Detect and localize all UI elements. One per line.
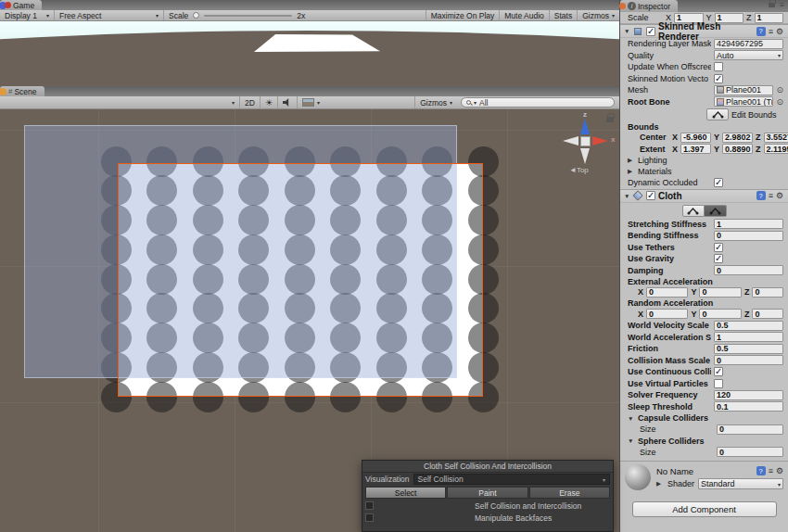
root-bone-object-field[interactable]: Plane001 (Tran <box>714 96 773 107</box>
lock-icon[interactable] <box>769 3 775 7</box>
lighting-foldout[interactable]: ▶ Lighting <box>620 155 788 166</box>
collision-mass-scale-field[interactable]: 0 <box>714 355 783 365</box>
scale-slider-knob[interactable] <box>193 12 199 19</box>
foldout-icon[interactable]: ▶ <box>656 480 664 488</box>
help-icon[interactable]: ? <box>756 191 766 200</box>
scene-search-input[interactable]: ▾ All <box>461 97 615 108</box>
center-z-field[interactable]: 3.5527 <box>764 133 788 143</box>
center-x-field[interactable]: -5.960 <box>680 133 711 143</box>
extent-y-field[interactable]: 0.8890 <box>722 144 753 154</box>
center-y-field[interactable]: 2.9802 <box>722 133 753 143</box>
damping-field[interactable]: 0 <box>714 265 783 275</box>
foldout-icon: ▶ <box>628 157 635 164</box>
scene-gizmos-dropdown[interactable]: Gizmos▾ <box>414 96 457 108</box>
scene-audio-button[interactable] <box>277 96 297 108</box>
random-acceleration-z-field[interactable]: 0 <box>752 309 783 319</box>
axis-neg-x-cone[interactable] <box>563 136 578 146</box>
lock-icon[interactable] <box>606 117 614 122</box>
view-orientation-label[interactable]: ◄Top <box>569 166 589 174</box>
foldout-icon[interactable]: ▼ <box>624 193 631 199</box>
scale-slider-track[interactable] <box>204 15 292 17</box>
preset-icon[interactable]: ≡ <box>769 466 773 475</box>
sleep-threshold-field[interactable]: 0.1 <box>714 401 783 412</box>
skinned-mesh-renderer-header[interactable]: ▼ Skinned Mesh Renderer ? ≡ ⚙ <box>620 24 788 38</box>
edit-self-collision-button[interactable] <box>705 205 727 217</box>
object-picker-icon[interactable]: ⊙ <box>776 97 783 107</box>
tab-inspector[interactable]: i Inspector <box>620 0 678 12</box>
2d-toggle-button[interactable]: 2D <box>239 96 260 108</box>
display-dropdown[interactable]: Display 1▾ <box>0 10 54 20</box>
game-viewport[interactable] <box>0 21 619 86</box>
quality-dropdown[interactable]: Auto ▾ <box>714 50 783 60</box>
preset-icon[interactable]: ≡ <box>769 27 773 36</box>
object-picker-icon[interactable]: ⊙ <box>776 85 783 95</box>
capsule-colliders-size-field[interactable]: 0 <box>717 424 783 435</box>
axis-neg-z-cone[interactable] <box>580 148 590 164</box>
edit-constraints-button[interactable] <box>682 205 705 217</box>
game-gizmos-dropdown[interactable]: Gizmos▾ <box>577 10 619 20</box>
update-when-offscreen-checkbox[interactable] <box>714 62 723 71</box>
cloth-header[interactable]: ▼ Cloth ? ≡ ⚙ <box>620 189 788 203</box>
tab-select[interactable]: Select <box>365 487 446 499</box>
aspect-dropdown[interactable]: Free Aspect▾ <box>54 10 163 20</box>
gear-icon[interactable]: ⚙ <box>776 466 783 475</box>
menu-icon[interactable]: ≡ <box>780 1 784 9</box>
materials-foldout[interactable]: ▶ Materials <box>620 166 788 177</box>
sphere-colliders-size-field[interactable]: 0 <box>717 447 783 457</box>
extent-z-field[interactable]: 2.1195 <box>764 144 788 154</box>
use-virtual-particles-checkbox[interactable] <box>714 379 723 388</box>
preset-icon[interactable]: ≡ <box>769 191 773 200</box>
edit-bounds-button[interactable] <box>706 108 729 120</box>
sphere-colliders-foldout[interactable]: ▼ Sphere Colliders <box>620 436 788 447</box>
add-component-button[interactable]: Add Component <box>632 501 777 517</box>
bending-stiffness-field[interactable]: 0 <box>714 231 783 241</box>
extent-x-field[interactable]: 1.397 <box>680 144 711 154</box>
scene-effects-dropdown[interactable]: ▾ <box>297 96 324 108</box>
edit-bounds-label: Edit Bounds <box>731 110 777 120</box>
foldout-icon[interactable]: ▼ <box>624 28 631 34</box>
external-acceleration-y-field[interactable]: 0 <box>699 287 741 298</box>
tab-erase[interactable]: Erase <box>529 487 610 499</box>
random-acceleration-y-field[interactable]: 0 <box>699 309 741 319</box>
tab-game[interactable]: Game <box>0 0 42 10</box>
tab-paint[interactable]: Paint <box>447 487 527 499</box>
stats-button[interactable]: Stats <box>549 10 577 20</box>
use-continuous-collision-checkbox[interactable] <box>714 367 723 376</box>
mute-audio-button[interactable]: Mute Audio <box>499 10 549 20</box>
tab-scene[interactable]: # Scene <box>0 86 44 96</box>
manipulate-backfaces-checkbox[interactable] <box>365 513 374 522</box>
maximize-on-play-button[interactable]: Maximize On Play <box>426 10 500 20</box>
world-acceleration-scale-field[interactable]: 1 <box>714 332 783 342</box>
stretching-stiffness-field[interactable]: 1 <box>714 219 783 229</box>
self-collision-checkbox[interactable] <box>365 501 374 510</box>
axis-x-cone[interactable] <box>592 136 608 146</box>
axis-z-cone[interactable] <box>580 119 590 134</box>
world-velocity-scale-field[interactable]: 0.5 <box>714 321 783 331</box>
gear-icon[interactable]: ⚙ <box>776 27 783 36</box>
gear-icon[interactable]: ⚙ <box>776 191 783 200</box>
solver-frequency-field[interactable]: 120 <box>714 390 783 400</box>
help-icon[interactable]: ? <box>756 466 766 475</box>
use-tethers-checkbox[interactable] <box>714 243 723 252</box>
shader-dropdown[interactable]: Standard ▾ <box>698 478 783 489</box>
component-enabled-checkbox[interactable] <box>646 27 655 36</box>
scene-lighting-button[interactable]: ☀ <box>260 96 277 108</box>
scale-z-field[interactable]: 1 <box>755 13 783 23</box>
friction-field[interactable]: 0.5 <box>714 344 783 354</box>
external-acceleration-z-field[interactable]: 0 <box>752 287 783 298</box>
gizmo-center-cube[interactable] <box>580 136 591 146</box>
material-preview-sphere[interactable] <box>625 464 651 490</box>
use-gravity-checkbox[interactable] <box>714 254 723 263</box>
dynamic-occluded-checkbox[interactable] <box>714 178 723 187</box>
external-acceleration-x-field[interactable]: 0 <box>646 287 688 298</box>
help-icon[interactable]: ? <box>756 27 766 36</box>
draw-mode-dropdown[interactable]: ▾ <box>165 96 239 108</box>
mesh-object-field[interactable]: Plane001 <box>714 85 773 95</box>
random-acceleration-x-field[interactable]: 0 <box>646 309 688 319</box>
visualization-dropdown[interactable]: Self Collision ▾ <box>413 474 610 485</box>
rendering-layer-mask-field[interactable]: 4294967295 <box>714 39 783 49</box>
skinned-motion-vectors-checkbox[interactable] <box>714 74 723 83</box>
cloth-enabled-checkbox[interactable] <box>646 191 655 200</box>
capsule-colliders-foldout[interactable]: ▼ Capsule Colliders <box>620 412 788 424</box>
cloth-window-title[interactable]: Cloth Self Collision And Intercollision <box>362 461 613 473</box>
